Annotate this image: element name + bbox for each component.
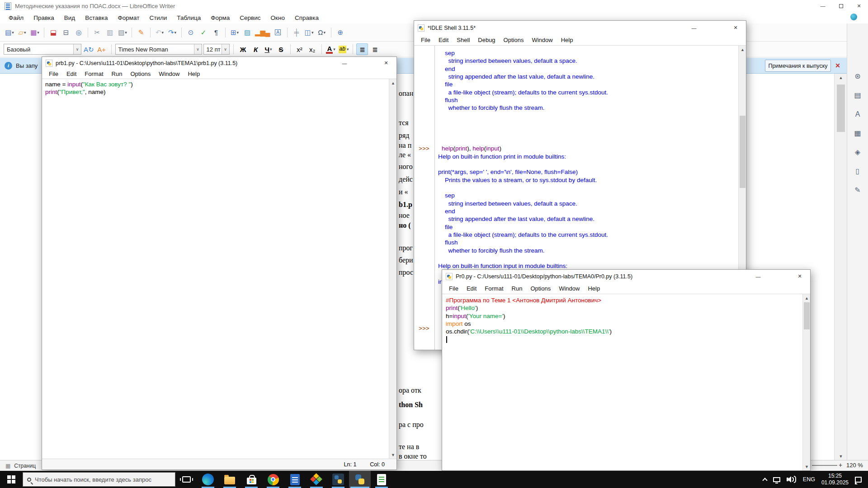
toolbar-italic-button[interactable]: К	[250, 43, 262, 55]
shell-titlebar[interactable]: *IDLE Shell 3.11.5* — ✕	[414, 21, 746, 35]
volume-icon[interactable]	[787, 475, 797, 483]
prb1-menu-item-4[interactable]: Options	[126, 70, 155, 78]
lo-menu-item-5[interactable]: Стили	[144, 13, 172, 23]
toolbar-open-file-button[interactable]: ▱▾	[16, 27, 28, 38]
toolbar-spelling-check-button[interactable]: ✓	[198, 27, 209, 38]
lo-menu-item-3[interactable]: Вставка	[80, 13, 113, 23]
scroll-up-icon[interactable]: ▲	[835, 74, 847, 81]
toolbar-new-style-button[interactable]: A+	[96, 43, 108, 55]
update-indicator-icon[interactable]	[850, 14, 857, 20]
font-name-combo[interactable]: Times New Roman ∨	[115, 44, 202, 55]
toolbar-align-center-button[interactable]: ≣	[369, 43, 381, 55]
sidebar-sidebar-gallery-button[interactable]: ▦	[852, 127, 863, 139]
lo-menu-item-6[interactable]: Таблица	[172, 13, 206, 23]
toolbar-subscript-button[interactable]: x₂	[307, 43, 318, 55]
prb1-menu-item-5[interactable]: Window	[155, 70, 184, 78]
shell-menu-item-4[interactable]: Options	[500, 36, 528, 44]
toolbar-insert-field-button[interactable]: ◫▾	[303, 27, 315, 38]
toolbar-insert-hyperlink-button[interactable]: ⊕	[335, 27, 346, 38]
language-indicator[interactable]: ENG	[803, 476, 815, 483]
toolbar-print-button[interactable]: ⊟	[60, 27, 72, 38]
dropdown-arrow-icon[interactable]: ▾	[237, 30, 239, 35]
toolbar-bold-button[interactable]: Ж	[237, 43, 249, 55]
lo-menu-item-0[interactable]: Файл	[4, 13, 28, 23]
shell-maximize-button[interactable]	[704, 21, 725, 35]
scroll-down-icon[interactable]: ▼	[389, 451, 397, 459]
toolbar-align-left-button[interactable]: ≣	[356, 43, 368, 55]
scroll-down-icon[interactable]: ▼	[803, 463, 811, 470]
taskbar-green-doc-button[interactable]	[371, 471, 392, 488]
prb1-minimize-button[interactable]: —	[334, 57, 355, 69]
zoom-slider[interactable]	[812, 465, 837, 466]
dropdown-arrow-icon[interactable]: ▾	[125, 30, 127, 35]
start-button[interactable]	[0, 471, 23, 488]
toolbar-paste-button[interactable]: ▧▾	[117, 27, 128, 38]
toolbar-clone-formatting-button[interactable]: ✎	[135, 27, 147, 38]
chevron-down-icon[interactable]: ∨	[73, 44, 81, 54]
dropdown-arrow-icon[interactable]: ▾	[311, 30, 314, 35]
toolbar-undo-button[interactable]: ↶▾	[154, 27, 165, 38]
dropdown-arrow-icon[interactable]: ▾	[270, 47, 272, 52]
lo-menu-item-10[interactable]: Справка	[290, 13, 324, 23]
taskbar-idle-button[interactable]	[349, 471, 371, 488]
pr0-menu-item-6[interactable]: Help	[584, 284, 604, 293]
dropdown-arrow-icon[interactable]: ▾	[175, 30, 177, 35]
pr0-menu-item-2[interactable]: Format	[481, 284, 507, 293]
release-notes-button[interactable]: Примечания к выпуску	[765, 60, 831, 72]
lo-menu-item-1[interactable]: Правка	[28, 13, 59, 23]
toolbar-font-color-button[interactable]: А▾	[325, 43, 337, 55]
toolbar-insert-table-button[interactable]: ⊞▾	[229, 27, 241, 38]
zoom-in-icon[interactable]: +	[837, 461, 844, 469]
prb1-maximize-button[interactable]	[355, 57, 376, 69]
toolbar-insert-page-break-button[interactable]: ╪	[291, 27, 302, 38]
toolbar-redo-button[interactable]: ↷▾	[166, 27, 178, 38]
taskbar-explorer-button[interactable]	[219, 471, 241, 488]
lo-menu-item-2[interactable]: Вид	[59, 13, 80, 23]
dropdown-arrow-icon[interactable]: ▾	[12, 30, 14, 35]
prb1-menu-item-0[interactable]: File	[45, 70, 62, 78]
sidebar-sidebar-track-changes-button[interactable]: ✎	[852, 184, 863, 196]
taskbar-search-input[interactable]: Чтобы начать поиск, введите здесь запрос	[23, 472, 175, 487]
chevron-down-icon[interactable]: ∨	[222, 44, 229, 54]
toolbar-underline-button[interactable]: Ч▾	[263, 43, 274, 55]
prb1-code-area[interactable]: name = input("Как Вас зовут? ")print("Пр…	[42, 79, 396, 459]
dropdown-arrow-icon[interactable]: ▾	[333, 47, 335, 52]
sidebar-sidebar-settings-button[interactable]: ⊛	[852, 70, 863, 82]
taskbar-store-button[interactable]	[241, 471, 262, 488]
network-icon[interactable]	[773, 477, 780, 482]
shell-menu-item-2[interactable]: Shell	[453, 36, 474, 44]
task-view-button[interactable]	[175, 471, 197, 488]
pr0-menu-item-1[interactable]: Edit	[462, 284, 481, 293]
lo-menu-item-7[interactable]: Форма	[206, 13, 235, 23]
toolbar-copy-button[interactable]: ▥	[104, 27, 116, 38]
prb1-close-button[interactable]: ✕	[376, 57, 396, 69]
zoom-level[interactable]: 120 %	[846, 462, 863, 469]
font-size-combo[interactable]: 12 пт ∨	[203, 44, 230, 55]
prb1-titlebar[interactable]: prb1.py - C:\Users\u111-01\Desktop\pytho…	[42, 57, 396, 69]
toolbar-insert-textbox-button[interactable]: A	[272, 27, 284, 38]
taskbar-python-console-button[interactable]	[327, 471, 349, 488]
toolbar-insert-image-button[interactable]: ▨	[241, 27, 253, 38]
pr0-maximize-button[interactable]	[769, 270, 789, 283]
pr0-scrollbar[interactable]: ▲ ▼	[802, 294, 810, 470]
toolbar-new-document-button[interactable]: ▤▾	[4, 27, 15, 38]
shell-minimize-button[interactable]: —	[684, 21, 704, 35]
pr0-titlebar[interactable]: Pr0.py - C:/Users/u111-01/Desktop/python…	[442, 270, 810, 283]
toolbar-find-replace-button[interactable]: ⊙	[185, 27, 197, 38]
toolbar-update-style-button[interactable]: A↻	[83, 43, 95, 55]
taskbar-chrome-button[interactable]	[262, 471, 284, 488]
toolbar-strikethrough-button[interactable]: S	[275, 43, 287, 55]
dropdown-arrow-icon[interactable]: ▾	[347, 47, 349, 52]
dropdown-arrow-icon[interactable]: ▾	[37, 30, 39, 35]
toolbar-highlight-color-button[interactable]: ab▾	[338, 43, 350, 55]
toolbar-cut-button[interactable]: ✂	[91, 27, 103, 38]
sidebar-sidebar-page-button[interactable]: ▯	[852, 165, 863, 177]
scroll-up-icon[interactable]: ▲	[389, 79, 397, 87]
taskbar-edge-button[interactable]	[197, 471, 219, 488]
shell-menu-item-0[interactable]: File	[417, 36, 434, 44]
lo-menu-item-4[interactable]: Формат	[113, 13, 144, 23]
lo-vertical-scrollbar[interactable]: ▲ ▼	[834, 74, 847, 460]
toolbar-export-pdf-button[interactable]: ⬓	[47, 27, 59, 38]
dropdown-arrow-icon[interactable]: ▾	[24, 30, 26, 35]
lo-maximize-button[interactable]	[832, 0, 850, 12]
